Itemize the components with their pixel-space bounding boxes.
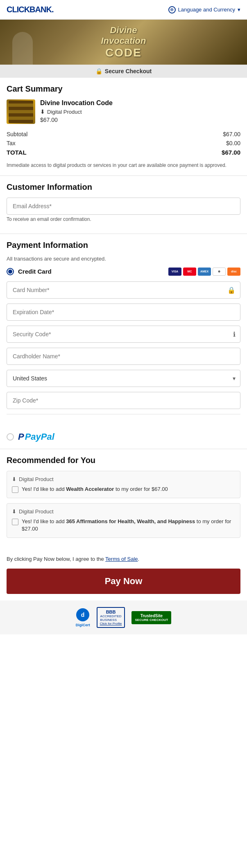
credit-card-option[interactable]: Credit Card VISA MC AMEX ⊕ disc <box>7 268 240 276</box>
rec-item-1-product-name: Wealth Accelerator <box>66 486 114 492</box>
payment-subtitle: All transactions are secure and encrypte… <box>7 256 240 262</box>
trustedsite-line1: TrustedSite <box>135 614 168 618</box>
expiration-group <box>7 304 240 321</box>
lock-icon: 🔒 <box>95 68 102 74</box>
info-icon[interactable]: ℹ <box>233 330 236 338</box>
rec-item-2-type: ⬇ Digital Product <box>12 508 235 515</box>
total-label: TOTAL <box>7 149 27 156</box>
rec-item-2-product-name: 365 Affirmations for Health, Wealth, and… <box>66 518 195 524</box>
visa-icon: VISA <box>168 268 181 276</box>
security-code-group: ℹ <box>7 326 240 343</box>
country-select-wrapper: United States Canada United Kingdom Aust… <box>7 370 240 387</box>
paypal-option[interactable]: P PayPal <box>7 426 240 442</box>
paypal-icon-pay: PayPal <box>25 432 54 442</box>
expiration-input[interactable] <box>7 304 240 321</box>
bbb-badge: BBB ACCREDITEDBUSINESS Click for Profile <box>97 607 125 628</box>
email-input[interactable] <box>7 198 240 215</box>
pay-now-button[interactable]: Pay Now <box>7 569 240 594</box>
payment-section: Payment Information All transactions are… <box>0 234 247 449</box>
customer-info-title: Customer Information <box>7 182 240 192</box>
recommended-item-2: ⬇ Digital Product Yes! I'd like to add 3… <box>7 503 240 538</box>
tax-label: Tax <box>7 140 16 146</box>
tax-row: Tax $0.00 <box>7 139 240 148</box>
rec-item-1-type: ⬇ Digital Product <box>12 476 235 482</box>
credit-card-radio[interactable] <box>7 268 14 275</box>
subtotal-label: Subtotal <box>7 131 27 137</box>
product-info: Divine Invocation Code ⬇ Digital Product… <box>40 99 240 123</box>
rec-item-2-checkbox[interactable] <box>12 519 18 525</box>
download-icon: ⬇ <box>40 108 45 115</box>
discover-icon: disc <box>227 268 240 276</box>
country-select[interactable]: United States Canada United Kingdom Aust… <box>7 370 240 387</box>
card-icons: VISA MC AMEX ⊕ disc <box>168 268 240 276</box>
amex-icon: AMEX <box>198 268 211 276</box>
diners-icon: ⊕ <box>213 268 226 276</box>
payment-title: Payment Information <box>7 241 240 250</box>
hero-banner: DivineInvocation CODE <box>0 20 247 65</box>
product-name: Divine Invocation Code <box>40 99 240 107</box>
trustedsite-line2: SECURE CHECKOUT <box>135 618 168 622</box>
zip-code-group <box>7 392 240 409</box>
mastercard-icon: MC <box>183 268 196 276</box>
rec-item-2-checkbox-row: Yes! I'd like to add 365 Affirmations fo… <box>12 518 235 533</box>
product-row: Divine Invocation Code ⬇ Digital Product… <box>7 99 240 124</box>
trustedsite-badge: TrustedSite SECURE CHECKOUT <box>131 611 171 624</box>
terms-text-end: . <box>138 556 140 562</box>
total-row: TOTAL $67.00 <box>7 148 240 157</box>
digicert-badge: d DigiCert <box>76 608 90 627</box>
card-number-wrapper: 🔒 <box>7 281 240 299</box>
recommended-section: Recommended for You ⬇ Digital Product Ye… <box>0 449 247 550</box>
rec-item-1-checkbox[interactable] <box>12 486 18 493</box>
hero-figure <box>12 32 33 65</box>
download-icon-2: ⬇ <box>12 508 16 515</box>
bbb-title: ACCREDITEDBUSINESS <box>100 614 122 622</box>
paypal-icon-p: P <box>18 432 24 442</box>
subtotal-row: Subtotal $67.00 <box>7 130 240 139</box>
hero-title-line1: DivineInvocation <box>101 25 146 47</box>
rec-item-2-text: Yes! I'd like to add 365 Affirmations fo… <box>22 518 235 533</box>
paypal-radio[interactable] <box>7 433 14 441</box>
rec-item-1-text: Yes! I'd like to add Wealth Accelerator … <box>22 486 168 493</box>
customer-information-section: Customer Information To receive an email… <box>0 176 247 234</box>
cardholder-group <box>7 348 240 365</box>
hero-title-line2: CODE <box>101 46 146 59</box>
hero-text: DivineInvocation CODE <box>101 25 146 60</box>
paypal-logo: P PayPal <box>18 432 54 442</box>
security-code-input[interactable] <box>7 326 240 343</box>
recommended-item-1: ⬇ Digital Product Yes! I'd like to add W… <box>7 471 240 498</box>
digicert-circle: d <box>76 608 89 621</box>
lock-icon: 🔒 <box>227 286 236 294</box>
cart-summary-title: Cart Summary <box>7 84 240 94</box>
total-value: $67.00 <box>222 149 240 156</box>
terms-section: By clicking Pay Now below, I agree to th… <box>0 549 247 569</box>
secure-checkout-label: Secure Checkout <box>105 68 152 74</box>
bbb-sub[interactable]: Click for Profile <box>100 622 122 625</box>
rec-item-1-text-before: Yes! I'd like to add <box>22 486 66 492</box>
cardholder-input[interactable] <box>7 348 240 365</box>
secure-checkout-bar: 🔒 Secure Checkout <box>0 65 247 78</box>
language-currency-label: Language and Currency <box>178 7 236 13</box>
product-image-inner <box>9 101 33 123</box>
product-image <box>7 99 35 124</box>
bbb-label: BBB <box>106 609 116 614</box>
zip-code-input[interactable] <box>7 392 240 409</box>
card-number-input[interactable] <box>7 281 240 299</box>
globe-icon: ⊕ <box>168 6 176 13</box>
recommended-title: Recommended for You <box>7 456 240 465</box>
email-hint: To receive an email order confirmation. <box>7 216 240 222</box>
credit-card-label: Credit Card <box>18 268 52 275</box>
subtotal-value: $67.00 <box>223 131 240 137</box>
language-currency-button[interactable]: ⊕ Language and Currency ▾ <box>168 6 241 13</box>
radio-inner <box>8 270 12 274</box>
terms-text: By clicking Pay Now below, I agree to th… <box>7 556 105 562</box>
security-code-wrapper: ℹ <box>7 326 240 343</box>
trust-badges-section: d DigiCert BBB ACCREDITEDBUSINESS Click … <box>0 600 247 634</box>
tax-value: $0.00 <box>226 140 240 146</box>
product-type-label: Digital Product <box>47 109 82 115</box>
email-form-group: To receive an email order confirmation. <box>7 198 240 222</box>
terms-of-sale-link[interactable]: Terms of Sale <box>105 556 138 562</box>
rec-item-2-text-before: Yes! I'd like to add <box>22 518 66 524</box>
card-number-group: 🔒 <box>7 281 240 299</box>
access-note: Immediate access to digital products or … <box>7 162 240 169</box>
product-type: ⬇ Digital Product <box>40 108 240 115</box>
